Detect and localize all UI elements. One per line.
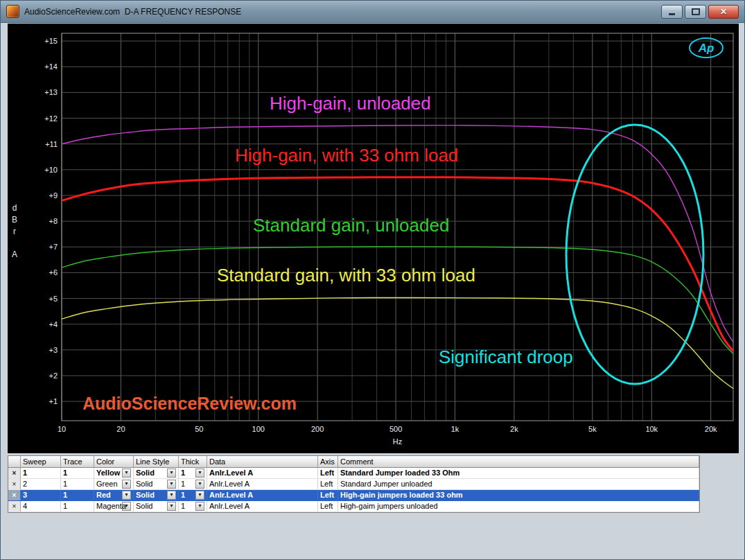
thick-cell[interactable]: ▼1 [179, 490, 207, 501]
x-tick-label: 50 [195, 425, 203, 433]
data-cell[interactable]: Anlr.Level A [207, 468, 318, 479]
sweep-row-1[interactable]: ×11▼Yellow▼Solid▼1Anlr.Level ALeftStanda… [8, 468, 699, 479]
row-enable-toggle[interactable]: × [8, 501, 21, 512]
data-cell[interactable]: Anlr.Level A [207, 501, 318, 512]
row-enable-toggle[interactable]: × [8, 490, 21, 501]
line_style-value: Solid [136, 502, 152, 510]
column-header-data[interactable]: Data [207, 456, 318, 468]
maximize-button[interactable] [685, 5, 706, 19]
window-controls [661, 5, 739, 19]
column-header-selector[interactable] [8, 456, 21, 468]
dropdown-arrow-icon[interactable]: ▼ [167, 480, 176, 489]
sweep-row-2[interactable]: ×21▼Green▼Solid▼1Anlr.Level ALeftStandar… [8, 479, 699, 490]
x-tick-label: 500 [389, 425, 402, 433]
droop-ellipse-annotation [566, 125, 703, 384]
thick-value: 1 [181, 491, 185, 499]
dropdown-arrow-icon[interactable]: ▼ [195, 480, 204, 489]
trace-cell[interactable]: 1 [61, 468, 94, 479]
axis-cell[interactable]: Left [318, 501, 338, 512]
column-header-comment[interactable]: Comment [338, 456, 699, 468]
sweep-cell[interactable]: 3 [21, 490, 61, 501]
column-header-thick[interactable]: Thick [179, 456, 207, 468]
title-bar[interactable]: AudioScienceReview.com D-A FREQUENCY RES… [1, 1, 744, 23]
color-value: Red [96, 491, 111, 499]
x-tick-label: 20 [116, 425, 125, 433]
dropdown-arrow-icon[interactable]: ▼ [167, 502, 176, 511]
row-enable-toggle[interactable]: × [8, 468, 21, 479]
minimize-button[interactable] [661, 5, 683, 19]
line_style-cell[interactable]: ▼Solid [134, 468, 179, 479]
sweep-cell[interactable]: 1 [21, 468, 61, 479]
line_style-value: Solid [136, 491, 155, 499]
comment-cell[interactable]: High-gain jumpers loaded 33 ohm [338, 490, 699, 501]
color-value: Yellow [96, 469, 120, 477]
column-header-line-style[interactable]: Line Style [134, 456, 179, 468]
ap-logo-text: Ap [698, 42, 715, 55]
color-cell[interactable]: ▼Red [94, 490, 134, 501]
x-tick-label: 20k [705, 425, 717, 433]
sweep-row-4[interactable]: ×41▼Magenta▼Solid▼1Anlr.Level ALeftHigh-… [8, 501, 699, 512]
dropdown-arrow-icon[interactable]: ▼ [195, 491, 204, 500]
line_style-cell[interactable]: ▼Solid [134, 501, 179, 512]
thick-cell[interactable]: ▼1 [179, 468, 207, 479]
table-header-row: SweepTraceColorLine StyleThickDataAxisCo… [8, 456, 699, 468]
axis-cell[interactable]: Left [318, 479, 338, 490]
window-title: AudioScienceReview.com D-A FREQUENCY RES… [24, 7, 241, 17]
sweep-row-3[interactable]: ×31▼Red▼Solid▼1Anlr.Level ALeftHigh-gain… [8, 490, 699, 501]
dropdown-arrow-icon[interactable]: ▼ [195, 469, 204, 478]
y-tick-label: +4 [49, 320, 58, 329]
y-tick-label: +14 [44, 62, 58, 71]
color-cell[interactable]: ▼Green [94, 479, 134, 490]
y-tick-label: +5 [49, 295, 58, 303]
dropdown-arrow-icon[interactable]: ▼ [167, 491, 176, 500]
y-tick-label: +1 [49, 397, 58, 405]
dropdown-arrow-icon[interactable]: ▼ [167, 469, 176, 478]
row-enable-toggle[interactable]: × [8, 479, 21, 490]
line_style-cell[interactable]: ▼Solid [134, 490, 179, 501]
line_style-cell[interactable]: ▼Solid [134, 479, 179, 490]
color-cell[interactable]: ▼Yellow [94, 468, 134, 479]
y-tick-label: +12 [44, 114, 58, 123]
x-tick-label: 10k [645, 425, 658, 433]
y-axis-letter: r [10, 226, 19, 238]
dropdown-arrow-icon[interactable]: ▼ [122, 480, 131, 489]
axis-cell[interactable]: Left [318, 490, 338, 501]
data-cell[interactable]: Anlr.Level A [207, 479, 318, 490]
column-header-trace[interactable]: Trace [61, 456, 94, 468]
frequency-response-chart: +1+2+3+4+5+6+7+8+9+10+11+12+13+14+151020… [8, 24, 739, 453]
y-tick-label: +11 [45, 140, 58, 148]
trace-cell[interactable]: 1 [61, 490, 94, 501]
axis-cell[interactable]: Left [318, 468, 338, 479]
column-header-sweep[interactable]: Sweep [21, 456, 61, 468]
thick-value: 1 [181, 469, 185, 477]
dropdown-arrow-icon[interactable]: ▼ [122, 491, 131, 500]
thick-cell[interactable]: ▼1 [179, 479, 207, 490]
column-header-axis[interactable]: Axis [318, 456, 338, 468]
x-tick-label: 100 [252, 425, 265, 433]
minimize-icon [669, 13, 675, 15]
x-tick-label: 2k [510, 425, 518, 433]
y-tick-label: +7 [49, 243, 58, 251]
y-tick-label: +9 [49, 191, 58, 200]
data-cell[interactable]: Anlr.Level A [207, 490, 318, 501]
app-window: AudioScienceReview.com D-A FREQUENCY RES… [0, 0, 745, 560]
column-header-color[interactable]: Color [94, 456, 134, 468]
trace-cell[interactable]: 1 [61, 501, 94, 512]
close-button[interactable] [708, 5, 739, 19]
trace-cell[interactable]: 1 [61, 479, 94, 490]
app-icon [6, 5, 19, 18]
sweep-cell[interactable]: 2 [21, 479, 61, 490]
thick-cell[interactable]: ▼1 [179, 501, 207, 512]
dropdown-arrow-icon[interactable]: ▼ [122, 469, 131, 478]
comment-cell[interactable]: Standard Jumper unloaded [338, 479, 699, 490]
color-cell[interactable]: ▼Magenta [94, 501, 134, 512]
comment-cell[interactable]: High-gaim jumpers unloaded [338, 501, 699, 512]
x-axis-title: Hz [393, 437, 402, 446]
maximize-icon [692, 8, 700, 15]
comment-cell[interactable]: Standard Jumper loaded 33 Ohm [338, 468, 699, 479]
sweep-cell[interactable]: 4 [21, 501, 61, 512]
color-value: Magenta [96, 502, 126, 510]
dropdown-arrow-icon[interactable]: ▼ [195, 502, 204, 511]
line_style-value: Solid [136, 480, 152, 488]
x-tick-label: 5k [588, 425, 597, 433]
